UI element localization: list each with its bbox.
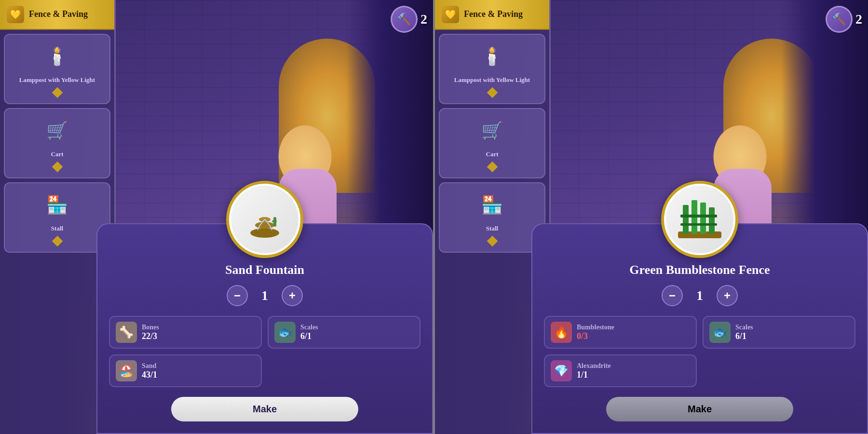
popup-title: Sand Fountain <box>109 263 420 277</box>
scales-info: Scales 6/1 <box>735 324 753 341</box>
sand-name: Sand <box>142 362 157 370</box>
alexandrite-qty: 1/1 <box>577 370 611 380</box>
scales-qty: 6/1 <box>300 331 318 341</box>
left-popup: Sand Fountain − 1 + 🦴 Bones 22/3 🐟 Scale… <box>96 223 433 434</box>
bones-icon: 🦴 <box>116 322 137 343</box>
diamond-separator <box>487 87 498 98</box>
scales-icon: 🐟 <box>709 322 731 343</box>
scales-name: Scales <box>300 324 318 331</box>
preview-image <box>231 186 298 253</box>
sidebar-item-lamppost[interactable]: 🕯️ Lamppost with Yellow Light <box>4 34 110 104</box>
scales-name: Scales <box>735 324 753 331</box>
stall-label: Stall <box>486 225 498 232</box>
qty-value: 1 <box>692 288 707 303</box>
ingredient-scales: 🐟 Scales 6/1 <box>703 316 855 349</box>
badge-count: 2 <box>855 12 862 27</box>
ingredients-list: 🔥 Bumblestone 0/3 🐟 Scales 6/1 💎 Alexand… <box>544 316 855 387</box>
lamppost-label: Lamppost with Yellow Light <box>454 76 530 84</box>
cart-icon: 🛒 <box>38 114 77 148</box>
preview-image <box>666 186 733 253</box>
svg-rect-4 <box>272 220 277 222</box>
svg-point-0 <box>250 228 279 238</box>
sidebar-item-lamppost[interactable]: 🕯️ Lamppost with Yellow Light <box>439 34 545 104</box>
lamppost-label: Lamppost with Yellow Light <box>19 76 95 84</box>
sand-qty: 43/1 <box>142 370 157 380</box>
sidebar-title: Fence & Paving <box>464 9 523 20</box>
scales-icon: 🐟 <box>274 322 296 343</box>
bones-info: Bones 22/3 <box>142 324 159 341</box>
right-panel: 🔨 2 💛 Fence & Paving 🕯️ Lamppost with Ye… <box>435 0 868 434</box>
make-button[interactable]: Make <box>606 397 793 421</box>
item-preview <box>661 181 738 258</box>
ingredients-list: 🦴 Bones 22/3 🐟 Scales 6/1 🏖️ Sand 43/1 <box>109 316 420 387</box>
make-button[interactable]: Make <box>171 397 358 421</box>
ingredient-sand: 🏖️ Sand 43/1 <box>109 354 262 387</box>
diamond-separator <box>52 236 63 247</box>
alexandrite-info: Alexandrite 1/1 <box>577 362 611 380</box>
bumblestone-name: Bumblestone <box>577 324 614 331</box>
stall-label: Stall <box>51 225 63 232</box>
lamppost-icon: 🕯️ <box>473 40 512 73</box>
quantity-control: − 1 + <box>544 285 855 306</box>
quantity-control: − 1 + <box>109 285 420 306</box>
sidebar-header: 💛 Fence & Paving <box>435 0 549 30</box>
svg-rect-6 <box>683 205 689 234</box>
diamond-separator <box>52 162 63 173</box>
sand-icon: 🏖️ <box>116 360 137 381</box>
sidebar-item-cart[interactable]: 🛒 Cart <box>439 108 545 178</box>
scales-info: Scales 6/1 <box>300 324 318 341</box>
bumblestone-icon: 🔥 <box>551 322 572 343</box>
left-panel: 🔨 2 💛 Fence & Paving 🕯️ Lamppost with Ye… <box>0 0 433 434</box>
cart-label: Cart <box>486 150 499 158</box>
sidebar-title: Fence & Paving <box>29 9 88 20</box>
stall-icon: 🏪 <box>473 188 512 222</box>
scales-qty: 6/1 <box>735 331 753 341</box>
cart-icon: 🛒 <box>473 114 512 148</box>
ingredient-alexandrite: 💎 Alexandrite 1/1 <box>544 354 697 387</box>
popup-title: Green Bumblestone Fence <box>544 263 855 277</box>
sidebar-header-icon: 💛 <box>442 6 459 23</box>
crafting-badge: 🔨 2 <box>826 6 862 33</box>
ingredient-bones: 🦴 Bones 22/3 <box>109 316 262 349</box>
alexandrite-icon: 💎 <box>551 360 572 381</box>
increase-qty-button[interactable]: + <box>282 285 303 306</box>
item-preview <box>226 181 303 258</box>
badge-count: 2 <box>420 12 427 27</box>
sidebar-header: 💛 Fence & Paving <box>0 0 114 30</box>
stall-icon: 🏪 <box>38 188 77 222</box>
right-popup: Green Bumblestone Fence − 1 + 🔥 Bumblest… <box>531 223 868 434</box>
crafting-badge: 🔨 2 <box>391 6 427 33</box>
sidebar-header-icon: 💛 <box>7 6 24 23</box>
cart-label: Cart <box>51 150 64 158</box>
decrease-qty-button[interactable]: − <box>662 285 683 306</box>
svg-rect-9 <box>709 207 715 234</box>
svg-point-1 <box>255 222 274 229</box>
bones-name: Bones <box>142 324 159 331</box>
bumblestone-qty: 0/3 <box>577 331 614 341</box>
badge-icon: 🔨 <box>391 6 418 33</box>
sidebar-item-cart[interactable]: 🛒 Cart <box>4 108 110 178</box>
sidebar-item-stall[interactable]: 🏪 Stall <box>439 182 545 253</box>
ingredient-bumblestone: 🔥 Bumblestone 0/3 <box>544 316 697 349</box>
diamond-separator <box>487 236 498 247</box>
sand-info: Sand 43/1 <box>142 362 157 380</box>
sand-fountain-image <box>241 195 289 244</box>
decrease-qty-button[interactable]: − <box>227 285 248 306</box>
ingredient-scales: 🐟 Scales 6/1 <box>268 316 420 349</box>
lamppost-icon: 🕯️ <box>38 40 77 73</box>
svg-rect-8 <box>700 203 706 234</box>
bones-qty: 22/3 <box>142 331 159 341</box>
sidebar-item-stall[interactable]: 🏪 Stall <box>4 182 110 253</box>
bumblestone-info: Bumblestone 0/3 <box>577 324 614 341</box>
svg-rect-10 <box>680 215 717 217</box>
svg-rect-11 <box>680 223 717 226</box>
diamond-separator <box>487 162 498 173</box>
diamond-separator <box>52 87 63 98</box>
bumblestone-fence-image <box>673 195 726 244</box>
badge-icon: 🔨 <box>826 6 853 33</box>
qty-value: 1 <box>258 288 272 303</box>
increase-qty-button[interactable]: + <box>717 285 738 306</box>
alexandrite-name: Alexandrite <box>577 362 611 370</box>
